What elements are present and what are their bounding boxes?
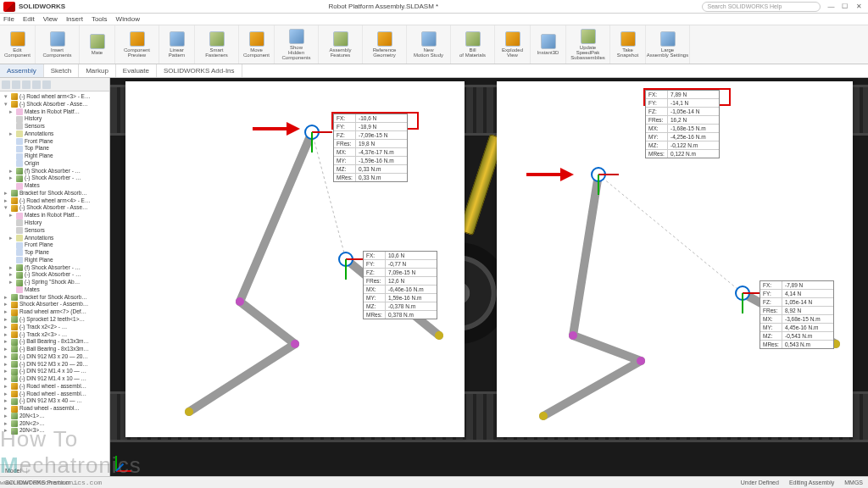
tree-item[interactable]: Origin (1, 160, 108, 168)
tree-item[interactable]: ▸(-) Shock Absorber - … (1, 175, 108, 182)
tree-asm-icon (11, 324, 18, 330)
tree-asm-icon (11, 383, 18, 390)
tree-item[interactable]: ▸(-) Road wheel - assembl… (1, 383, 108, 391)
tree-item[interactable]: ▸Road wheel - assembl… (1, 405, 108, 413)
tab-assembly[interactable]: Assembly (0, 64, 44, 77)
svg-point-10 (435, 331, 443, 340)
tree-item[interactable]: Front Plane (1, 241, 108, 249)
tree-item[interactable]: ▸Bracket for Shock Absorb… (1, 190, 108, 197)
tree-item[interactable]: ▸(-) Road wheel - assembl… (1, 391, 108, 398)
menu-file[interactable]: File (3, 15, 14, 23)
ribbon-icon (289, 29, 304, 44)
tree-item[interactable]: ▸(-) Sprocket 12 teeth<1>… (1, 316, 108, 324)
tree-item[interactable]: ▸Mates in Robot Platf… (1, 212, 108, 219)
tree-item[interactable]: ▾(-) Shock Absorber - Asse… (1, 204, 108, 212)
tree-item[interactable]: ▾(-) Road wheel arm<3> - E… (1, 93, 108, 101)
ribbon-bill-of-materials[interactable]: Bill of Materials (451, 25, 495, 64)
analysis-panel-right: FX:7,89 NFY:-14,1 NFZ:-1,05e-14 NFRes:16… (497, 81, 853, 437)
tree-plane-icon (16, 160, 23, 167)
ribbon-update-speedpak-subassemblies[interactable]: Update SpeedPak Subassemblies (566, 25, 610, 64)
app-name: SOLIDWORKS (19, 3, 65, 10)
tree-item[interactable]: Top Plane (1, 249, 108, 257)
tree-item[interactable]: Right Plane (1, 152, 108, 160)
tree-item[interactable]: ▸Bracket for Shock Absorb… (1, 294, 108, 302)
tree-item[interactable]: Sensors (1, 227, 108, 235)
tree-item[interactable]: ▸(-) Spring "Shock Ab… (1, 279, 108, 286)
tree-item[interactable]: Mates (1, 286, 108, 294)
tree-part-icon (11, 375, 18, 382)
feature-tree[interactable]: ▾(-) Road wheel arm<3> - E…▾(-) Shock Ab… (0, 92, 109, 464)
tab-sketch[interactable]: Sketch (44, 64, 79, 77)
tree-item[interactable]: History (1, 219, 108, 227)
help-search-input[interactable]: Search SOLIDWORKS Help (702, 2, 821, 12)
ribbon-assembly-features[interactable]: Assembly Features (319, 25, 363, 64)
tree-item[interactable]: ▸(f) Shock Absorber - … (1, 264, 108, 272)
tab-markup[interactable]: Markup (79, 64, 116, 77)
tree-item[interactable]: ▸(-) Track x2<3> - … (1, 331, 108, 339)
menu-view[interactable]: View (43, 15, 58, 23)
ribbon-edit-component[interactable]: Edit Component (0, 25, 36, 64)
svg-point-9 (185, 408, 193, 416)
close-button[interactable]: ✕ (853, 3, 865, 10)
tree-item[interactable]: Mates (1, 182, 108, 190)
tree-item[interactable]: ▸Mates in Robot Platf… (1, 108, 108, 116)
menu-tools[interactable]: Tools (92, 15, 108, 23)
tree-item[interactable]: ▸Annotations (1, 130, 108, 138)
tree-item[interactable]: ▸Road wheel arm<7> (Def… (1, 308, 108, 316)
maximize-button[interactable]: ☐ (839, 3, 851, 10)
tree-item[interactable]: ▸Annotations (1, 235, 108, 242)
main-area: ▾(-) Road wheel arm<3> - E…▾(-) Shock Ab… (0, 78, 868, 476)
svg-point-22 (569, 331, 577, 340)
ribbon-mate[interactable]: Mate (80, 25, 115, 64)
menu-insert[interactable]: Insert (66, 15, 83, 23)
ribbon-linear-pattern[interactable]: Linear Pattern (159, 25, 195, 64)
tree-item[interactable]: ▸(-) DIN 912 M3 x 20 — 20… (1, 361, 108, 369)
ribbon-take-snapshot[interactable]: Take Snapshot (610, 25, 646, 64)
ribbon-icon (333, 31, 348, 47)
force-table-b-bottom: FX:-7,89 NFY:4,14 NFZ:1,05e-14 NFRes:8,9… (760, 280, 834, 349)
ribbon-move-component[interactable]: Move Component (239, 25, 275, 64)
tree-item[interactable]: Front Plane (1, 138, 108, 146)
tree-item[interactable]: ▸(-) Shock Absorber - … (1, 271, 108, 279)
menu-edit[interactable]: Edit (23, 15, 35, 23)
ribbon-insert-components[interactable]: Insert Components (36, 25, 80, 64)
tab-addins[interactable]: SOLIDWORKS Add-Ins (157, 64, 242, 77)
ribbon-component-preview[interactable]: Component Preview (115, 25, 159, 64)
tree-item[interactable]: ▸(-) Road wheel arm<4> - E… (1, 197, 108, 205)
ribbon-instant3d[interactable]: Instant3D (531, 25, 566, 64)
tree-item[interactable]: ▾(-) Shock Absorber - Asse… (1, 101, 108, 108)
tree-item[interactable]: Sensors (1, 123, 108, 130)
tree-part-icon (16, 168, 23, 175)
tree-part-icon (11, 369, 18, 375)
tree-item[interactable]: ▸20N<1>… (1, 413, 108, 420)
ribbon-new-motion-study[interactable]: New Motion Study (407, 25, 451, 64)
minimize-button[interactable]: — (826, 3, 837, 10)
ribbon-reference-geometry[interactable]: Reference Geometry (363, 25, 407, 64)
menu-window[interactable]: Window (116, 15, 140, 23)
tree-filter-icon[interactable] (2, 80, 10, 89)
tree-item[interactable]: ▸(f) Shock Absorber - … (1, 168, 108, 175)
ribbon-smart-fasteners[interactable]: Smart Fasteners (195, 25, 239, 64)
ribbon-show-hidden-components[interactable]: Show Hidden Components (275, 25, 319, 64)
tree-mate-icon (16, 183, 23, 190)
ribbon-large-assembly-settings[interactable]: Large Assembly Settings (646, 25, 690, 64)
graphics-viewport[interactable]: FX:-10,6 NFY:-18,9 NFZ:-7,09e-15 NFRes:1… (110, 78, 868, 476)
tree-hist-icon (16, 123, 23, 130)
tree-item[interactable]: ▸(-) DIN 912 M3 x 40 — … (1, 397, 108, 405)
svg-line-17 (543, 361, 641, 416)
tree-asm-icon (11, 302, 18, 308)
tree-item[interactable]: History (1, 115, 108, 123)
svg-line-16 (573, 336, 641, 361)
tree-item[interactable]: ▸(-) DIN 912 M3 x 20 — 20… (1, 353, 108, 361)
tree-item[interactable]: ▸(-) DIN 912 M1.4 x 10 — … (1, 375, 108, 383)
tree-item[interactable]: Top Plane (1, 145, 108, 152)
tree-item[interactable]: Right Plane (1, 257, 108, 264)
tree-item[interactable]: ▸(-) DIN 912 M1.4 x 10 — … (1, 368, 108, 375)
tree-part-icon (11, 190, 18, 197)
ribbon-exploded-view[interactable]: Exploded View (495, 25, 531, 64)
tree-item[interactable]: ▸Shock Absorber - Assemb… (1, 301, 108, 308)
tree-item[interactable]: ▸(-) Track x2<2> - … (1, 324, 108, 331)
tree-item[interactable]: ▸(-) Ball Bearing - 8x13x3m… (1, 338, 108, 346)
tree-item[interactable]: ▸(-) Ball Bearing - 8x13x3m… (1, 346, 108, 353)
tab-evaluate[interactable]: Evaluate (116, 64, 157, 77)
